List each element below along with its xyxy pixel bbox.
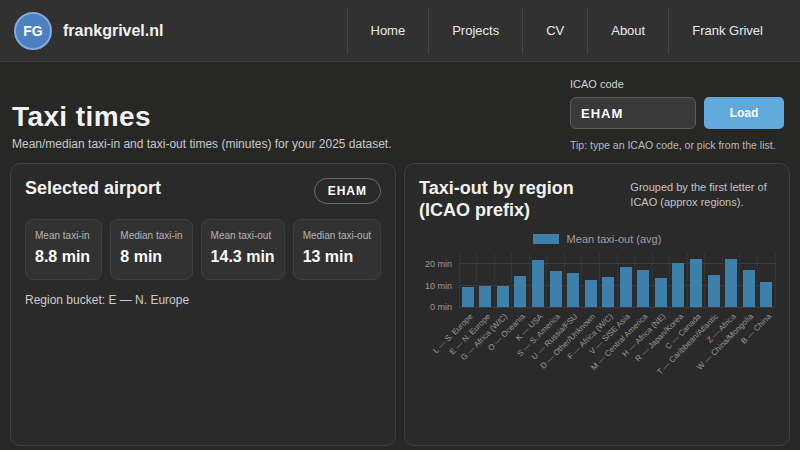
gridline-v	[511, 253, 512, 307]
bar	[497, 286, 509, 308]
page-subtitle: Mean/median taxi-in and taxi-out times (…	[12, 137, 392, 151]
gridline-v	[687, 253, 688, 307]
bar	[655, 278, 667, 307]
bar	[550, 271, 562, 308]
stat-median-taxi-out: Median taxi-out 13 min	[293, 219, 381, 280]
gridline-v	[634, 253, 635, 307]
bar	[532, 260, 544, 307]
y-tick-label: 20 min	[425, 259, 452, 269]
bar	[585, 280, 597, 307]
chart-legend: Mean taxi-out (avg)	[419, 233, 775, 245]
stat-mean-taxi-in: Mean taxi-in 8.8 min	[25, 219, 102, 280]
region-chart-title: Taxi-out by region (ICAO prefix)	[419, 178, 618, 221]
hero-section: Taxi times Mean/median taxi-in and taxi-…	[0, 62, 800, 159]
nav-item-projects[interactable]: Projects	[428, 8, 522, 54]
nav-item-frank-grivel[interactable]: Frank Grivel	[668, 8, 786, 54]
bar	[602, 277, 614, 307]
gridline-v	[476, 253, 477, 307]
legend-label: Mean taxi-out (avg)	[567, 233, 662, 245]
stat-label: Mean taxi-in	[35, 230, 92, 241]
gridline-v	[775, 253, 776, 307]
page-title: Taxi times	[12, 102, 392, 131]
bar	[708, 275, 720, 307]
region-chart-subtitle: Grouped by the first letter of ICAO (app…	[630, 180, 775, 210]
region-chart-card: Taxi-out by region (ICAO prefix) Grouped…	[404, 163, 790, 446]
stat-label: Mean taxi-out	[211, 230, 275, 241]
bar	[567, 273, 579, 307]
y-tick-label: 10 min	[425, 281, 452, 291]
bar	[620, 267, 632, 307]
icao-code-input[interactable]	[570, 97, 696, 129]
gridline-v	[652, 253, 653, 307]
nav-item-about[interactable]: About	[587, 8, 668, 54]
gridline-v	[529, 253, 530, 307]
bar	[479, 286, 491, 308]
chart-plot	[459, 253, 775, 307]
gridline-v	[599, 253, 600, 307]
region-bucket-note: Region bucket: E — N. Europe	[25, 293, 381, 307]
gridline-v	[739, 253, 740, 307]
bar	[690, 259, 702, 307]
stats-row: Mean taxi-in 8.8 min Median taxi-in 8 mi…	[25, 219, 381, 280]
stat-value: 8 min	[120, 248, 182, 266]
hero-text: Taxi times Mean/median taxi-in and taxi-…	[12, 102, 392, 151]
icao-tip-text: Tip: type an ICAO code, or pick from the…	[570, 139, 784, 151]
stat-value: 13 min	[303, 248, 371, 266]
bar	[672, 263, 684, 307]
airport-code-badge: EHAM	[314, 178, 381, 204]
gridline-v	[617, 253, 618, 307]
gridline-v	[757, 253, 758, 307]
gridline-v	[494, 253, 495, 307]
nav-item-home[interactable]: Home	[347, 8, 429, 54]
gridline-v	[564, 253, 565, 307]
gridline-v	[546, 253, 547, 307]
site-name: frankgrivel.nl	[63, 22, 163, 40]
stat-mean-taxi-out: Mean taxi-out 14.3 min	[201, 219, 285, 280]
stat-value: 8.8 min	[35, 248, 92, 266]
nav-item-cv[interactable]: CV	[522, 8, 587, 54]
icao-controls: ICAO code Load Tip: type an ICAO code, o…	[570, 78, 784, 151]
bar	[637, 270, 649, 307]
stat-median-taxi-in: Median taxi-in 8 min	[110, 219, 192, 280]
main-nav: Home Projects CV About Frank Grivel	[347, 0, 787, 61]
legend-swatch	[533, 234, 559, 244]
bar	[514, 276, 526, 308]
gridline-v	[704, 253, 705, 307]
stat-label: Median taxi-out	[303, 230, 371, 241]
icao-code-label: ICAO code	[570, 78, 784, 90]
content-row: Selected airport EHAM Mean taxi-in 8.8 m…	[0, 159, 800, 450]
chart-y-axis: 0 min10 min20 min	[419, 253, 459, 307]
bar	[462, 287, 474, 307]
bar	[760, 282, 772, 307]
gridline-v	[581, 253, 582, 307]
load-button[interactable]: Load	[704, 97, 784, 129]
chart-x-axis: L — S. EuropeE — N. EuropeG — Africa (W/…	[459, 307, 775, 387]
logo-fg-icon: FG	[14, 12, 52, 50]
navbar: FG frankgrivel.nl Home Projects CV About…	[0, 0, 800, 62]
gridline-v	[722, 253, 723, 307]
selected-airport-card: Selected airport EHAM Mean taxi-in 8.8 m…	[10, 163, 396, 446]
y-tick-label: 0 min	[430, 302, 452, 312]
brand-link[interactable]: FG frankgrivel.nl	[14, 12, 163, 50]
stat-value: 14.3 min	[211, 248, 275, 266]
bar	[725, 259, 737, 307]
gridline-v	[669, 253, 670, 307]
selected-airport-title: Selected airport	[25, 178, 161, 200]
stat-label: Median taxi-in	[120, 230, 182, 241]
gridline-v	[459, 253, 460, 307]
taxi-out-bar-chart: 0 min10 min20 min	[419, 253, 775, 307]
bar	[743, 270, 755, 308]
